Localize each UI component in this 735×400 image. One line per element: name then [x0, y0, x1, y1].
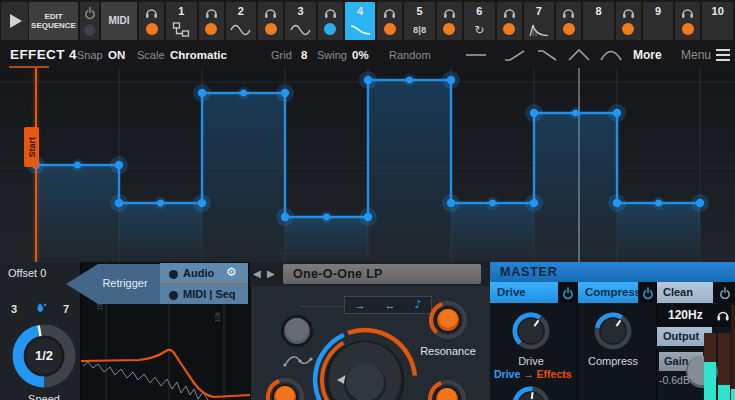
step-node[interactable]	[447, 199, 455, 207]
step-node[interactable]	[406, 77, 413, 84]
next-preset-button[interactable]: ▶	[267, 264, 275, 284]
step-node[interactable]	[115, 199, 123, 207]
tab-1-select-button[interactable]: 1	[166, 2, 197, 40]
step-node[interactable]	[613, 199, 621, 207]
compress-power-button[interactable]	[639, 282, 656, 303]
droplet-icon[interactable]	[34, 301, 48, 316]
step-node[interactable]	[530, 109, 538, 117]
scale-value[interactable]: Chromatic	[170, 42, 227, 68]
mod-connector-line	[300, 306, 344, 307]
midi-seq-radio[interactable]	[169, 291, 178, 300]
offset-label[interactable]: Offset 0	[8, 267, 46, 279]
step-node[interactable]	[74, 162, 81, 169]
tab-9-select-button[interactable]: 9	[643, 2, 674, 40]
tab-3-select-button[interactable]: 3	[285, 2, 316, 40]
step-node[interactable]	[613, 109, 621, 117]
mod-arrow-icon[interactable]: →	[354, 297, 365, 313]
step-node[interactable]	[115, 161, 123, 169]
menu-button[interactable]: Menu	[681, 42, 711, 68]
compress-knob[interactable]	[590, 308, 636, 354]
tab-10-select-button[interactable]: 10	[702, 2, 733, 40]
tab-4-select-button[interactable]: 4	[345, 2, 376, 40]
step-node[interactable]	[157, 200, 164, 207]
mod-note-icon[interactable]: ♪	[414, 297, 421, 313]
step-node[interactable]	[364, 213, 372, 221]
tab-6-select-button[interactable]: 6 ↻	[464, 2, 495, 40]
headphone-icon[interactable]	[716, 308, 730, 322]
gain-value[interactable]: -0.6dB	[659, 374, 690, 386]
step-sequencer-area[interactable]	[0, 68, 735, 262]
tab-3-monitor-button[interactable]	[258, 2, 283, 40]
step-node[interactable]	[198, 199, 206, 207]
gear-icon[interactable]: ⚙	[226, 265, 237, 279]
shape-triangle-icon[interactable]	[567, 47, 591, 63]
routing-from: Drive	[494, 368, 520, 380]
tab-9-monitor-button[interactable]	[616, 2, 641, 40]
preset-name-field[interactable]: One-O-One LP	[283, 264, 481, 284]
tab-5-monitor-button[interactable]	[377, 2, 402, 40]
top-bar: EDIT SEQUENCE MIDI 1	[0, 0, 735, 43]
step-node[interactable]	[655, 200, 662, 207]
tab-2-select-button[interactable]: 2	[226, 2, 257, 40]
tab-7-select-button[interactable]: 7	[524, 2, 555, 40]
tab-1-monitor-button[interactable]	[139, 2, 164, 40]
retrigger-option-midi-seq[interactable]: MIDI | Seq	[183, 288, 236, 300]
drive-header[interactable]: Drive	[490, 282, 558, 303]
snap-value[interactable]: ON	[108, 42, 125, 68]
start-marker-flag[interactable]: Start	[24, 127, 39, 167]
midi-button[interactable]: MIDI	[101, 2, 137, 40]
mod-both-icon[interactable]: ↔	[384, 297, 395, 313]
drive-knob[interactable]	[508, 308, 554, 354]
tab-6-monitor-button[interactable]	[437, 2, 462, 40]
filter-lower-right-knob[interactable]	[424, 376, 470, 400]
drive-power-button[interactable]	[559, 282, 577, 303]
shape-ramp-down-icon[interactable]	[535, 47, 559, 63]
plugin-window: EDIT SEQUENCE MIDI 1	[0, 0, 735, 400]
shape-flat-icon[interactable]	[464, 47, 488, 63]
compress-header[interactable]: Compress	[578, 282, 638, 303]
play-button[interactable]	[1, 2, 28, 40]
step-node[interactable]	[240, 90, 247, 97]
step-node[interactable]	[572, 110, 579, 117]
filter-lower-left-knob[interactable]	[262, 374, 308, 400]
audio-radio[interactable]	[169, 270, 178, 279]
step-node[interactable]	[323, 214, 330, 221]
clean-bass-header[interactable]: Clean Bass	[657, 282, 713, 303]
edit-sequence-button[interactable]: EDIT SEQUENCE	[29, 2, 78, 40]
tab-4-monitor-button[interactable]	[318, 2, 343, 40]
step-node[interactable]	[530, 199, 538, 207]
step-node[interactable]	[198, 89, 206, 97]
step-node[interactable]	[696, 199, 704, 207]
freq-value[interactable]: 120Hz	[668, 308, 703, 322]
drive-mix-knob[interactable]	[508, 382, 554, 400]
step-node[interactable]	[489, 200, 496, 207]
drive-routing[interactable]: Drive → Effects	[494, 368, 572, 380]
shape-curve-icon[interactable]	[599, 47, 623, 63]
prev-preset-button[interactable]: ◀	[253, 264, 261, 284]
step-node[interactable]	[364, 76, 372, 84]
sequence-tab-strip: 1 2 3 4	[139, 2, 735, 40]
step-node[interactable]	[281, 89, 289, 97]
seq-power-button[interactable]	[80, 2, 99, 40]
step-node[interactable]	[281, 213, 289, 221]
swing-value[interactable]: 0%	[352, 42, 369, 68]
tab-7-monitor-button[interactable]	[497, 2, 522, 40]
clean-bass-power-button[interactable]	[714, 282, 735, 303]
sequence-tab-group-7: 7	[497, 2, 557, 40]
tab-8-monitor-button[interactable]	[556, 2, 581, 40]
tab-8-select-button[interactable]: 8	[583, 2, 614, 40]
retrigger-option-audio[interactable]: Audio	[183, 267, 214, 279]
tab-3-monitor-led	[265, 23, 277, 35]
resonance-knob[interactable]	[425, 297, 471, 343]
step-node[interactable]	[447, 76, 455, 84]
cutoff-knob[interactable]	[305, 320, 425, 400]
shape-ramp-up-icon[interactable]	[503, 47, 527, 63]
tab-10-monitor-button[interactable]	[675, 2, 700, 40]
tab-10-number: 10	[702, 5, 733, 17]
grid-value[interactable]: 8	[301, 42, 307, 68]
retrigger-flyout: Retrigger Audio ⚙ MIDI | Seq	[60, 262, 250, 308]
more-button[interactable]: More	[633, 42, 662, 68]
tab-2-monitor-button[interactable]	[199, 2, 224, 40]
hamburger-icon[interactable]	[716, 49, 730, 61]
tab-5-select-button[interactable]: 5 8|8	[404, 2, 435, 40]
